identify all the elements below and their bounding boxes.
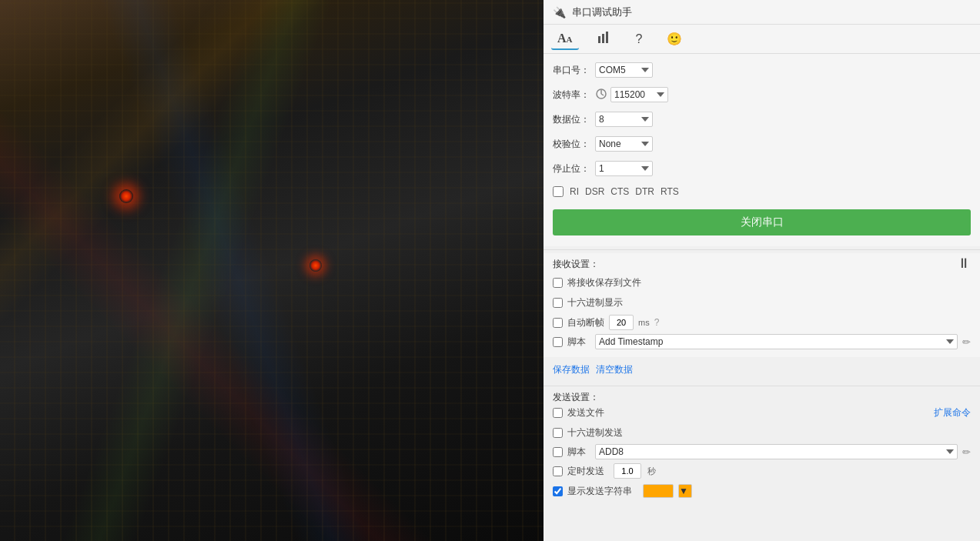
hex-display-checkbox[interactable] — [553, 298, 563, 308]
baud-label: 波特率： — [553, 88, 595, 102]
help-icon: ? — [636, 32, 643, 46]
photo-area — [0, 0, 544, 541]
timed-send-input[interactable] — [614, 463, 641, 479]
parity-select[interactable]: None Odd Even — [595, 136, 653, 152]
save-to-file-label: 将接收保存到文件 — [567, 276, 641, 289]
chart-icon — [597, 32, 611, 46]
wire-overlay — [0, 0, 544, 541]
receive-script-select[interactable]: Add Timestamp None Custom — [595, 334, 958, 349]
receive-script-checkbox[interactable] — [553, 337, 563, 347]
dsr-label: DSR — [585, 186, 604, 197]
pause-icon-1[interactable]: ⏸ — [957, 255, 971, 272]
save-to-file-checkbox[interactable] — [553, 278, 563, 288]
databits-select[interactable]: 8 5 6 7 — [595, 112, 653, 127]
parity-control-area: None Odd Even — [595, 136, 971, 152]
svg-line-5 — [601, 94, 604, 95]
port-row: 串口号： COM5 COM1 COM2 COM3 COM4 COM6 — [553, 60, 971, 80]
hex-display-label: 十六进制显示 — [567, 296, 623, 309]
timed-send-checkbox[interactable] — [553, 466, 563, 476]
receive-script-row: 脚本 Add Timestamp None Custom ✏ — [553, 334, 971, 349]
auto-break-ms-input[interactable] — [609, 315, 634, 330]
send-script-row: 脚本 ADD8 None Custom ✏ — [553, 444, 971, 459]
send-script-checkbox[interactable] — [553, 447, 563, 457]
send-script-edit-icon[interactable]: ✏ — [962, 446, 971, 458]
title-text: 串口调试助手 — [572, 5, 632, 19]
save-to-file-row: 将接收保存到文件 — [553, 274, 971, 291]
cts-label: CTS — [610, 186, 629, 197]
divider-1 — [544, 249, 980, 250]
show-send-checkbox[interactable] — [553, 486, 563, 496]
receive-script-edit-icon[interactable]: ✏ — [962, 336, 971, 348]
toolbar-btn-help[interactable]: ? — [630, 29, 649, 49]
ms-unit-label: ms — [638, 318, 650, 327]
emoji-icon: 🙂 — [667, 32, 682, 46]
receive-settings-section: 接收设置： ⏸ 将接收保存到文件 十六进制显示 自动断帧 ms ? 脚本 — [544, 253, 980, 357]
send-file-checkbox[interactable] — [553, 408, 563, 418]
parity-label: 校验位： — [553, 138, 595, 151]
send-settings-section: 发送设置： 发送文件 扩展命令 十六进制发送 脚本 ADD8 None Cust… — [544, 389, 980, 507]
close-port-button[interactable]: 关闭串口 — [553, 209, 971, 235]
title-bar: 🔌 串口调试助手 — [544, 0, 980, 25]
send-file-row: 发送文件 扩展命令 — [553, 404, 971, 421]
save-data-button[interactable]: 保存数据 — [553, 362, 590, 378]
serial-panel: 🔌 串口调试助手 AA ? 🙂 串口号： — [544, 0, 980, 541]
hex-send-checkbox[interactable] — [553, 428, 563, 438]
save-clear-row: 保存数据 清空数据 — [544, 362, 980, 378]
timed-send-label: 定时发送 — [567, 465, 604, 478]
hex-display-row: 十六进制显示 — [553, 294, 971, 311]
port-settings-section: 串口号： COM5 COM1 COM2 COM3 COM4 COM6 波特率： — [544, 54, 980, 246]
baud-control-area: 115200 9600 19200 38400 57600 230400 — [595, 87, 971, 102]
baud-select[interactable]: 115200 9600 19200 38400 57600 230400 — [610, 87, 668, 102]
stopbits-label: 停止位： — [553, 162, 595, 175]
send-color-select[interactable]: ▼ — [678, 484, 692, 498]
databits-label: 数据位： — [553, 113, 595, 126]
port-control-area: COM5 COM1 COM2 COM3 COM4 COM6 — [595, 62, 971, 78]
hex-send-label: 十六进制发送 — [567, 426, 623, 439]
stopbits-row: 停止位： 1 1.5 2 — [553, 159, 971, 179]
pause-icons: ⏸ — [957, 255, 971, 272]
toolbar-btn-text[interactable]: AA — [551, 28, 579, 50]
auto-break-row: 自动断帧 ms ? — [553, 314, 971, 331]
send-file-label: 发送文件 — [567, 406, 604, 419]
receive-script-label: 脚本 — [567, 336, 590, 349]
svg-rect-1 — [602, 34, 604, 43]
rts-label: RTS — [661, 186, 679, 197]
divider-2 — [544, 386, 980, 386]
databits-control-area: 8 5 6 7 — [595, 112, 971, 127]
toolbar-btn-emoji[interactable]: 🙂 — [661, 28, 688, 49]
show-send-row: 显示发送字符串 ▼ — [553, 483, 971, 499]
send-script-select[interactable]: ADD8 None Custom — [595, 444, 958, 459]
clear-data-button[interactable]: 清空数据 — [596, 362, 633, 378]
port-label: 串口号： — [553, 64, 595, 77]
parity-row: 校验位： None Odd Even — [553, 134, 971, 154]
extend-cmd-button[interactable]: 扩展命令 — [934, 405, 971, 421]
receive-settings-header: 接收设置： — [553, 258, 599, 271]
svg-rect-2 — [606, 32, 608, 43]
stopbits-select[interactable]: 1 1.5 2 — [595, 161, 653, 176]
title-icon: 🔌 — [553, 6, 566, 18]
send-color-swatch[interactable] — [643, 484, 674, 498]
svg-rect-0 — [598, 36, 600, 43]
dtr-label: DTR — [635, 186, 654, 197]
send-script-label: 脚本 — [567, 446, 590, 459]
hex-send-row: 十六进制发送 — [553, 424, 971, 441]
ri-label: RI — [570, 186, 579, 197]
auto-break-help-icon[interactable]: ? — [654, 317, 660, 328]
auto-break-checkbox[interactable] — [553, 318, 563, 328]
toolbar: AA ? 🙂 — [544, 25, 980, 54]
databits-row: 数据位： 8 5 6 7 — [553, 109, 971, 129]
flow-control-checkbox[interactable] — [553, 186, 564, 197]
stopbits-control-area: 1 1.5 2 — [595, 161, 971, 176]
text-icon: AA — [557, 32, 573, 45]
timed-send-row: 定时发送 秒 — [553, 463, 971, 479]
show-send-label: 显示发送字符串 — [567, 485, 632, 498]
baud-row: 波特率： 115200 9600 19200 38400 57600 23040… — [553, 85, 971, 105]
send-settings-header: 发送设置： — [553, 392, 599, 402]
toolbar-btn-chart[interactable] — [591, 28, 617, 49]
auto-break-label: 自动断帧 — [567, 316, 604, 329]
port-select[interactable]: COM5 COM1 COM2 COM3 COM4 COM6 — [595, 62, 653, 78]
baud-icon — [595, 88, 607, 102]
timed-send-unit: 秒 — [647, 466, 656, 477]
flow-control-row: RI DSR CTS DTR RTS — [553, 183, 971, 200]
